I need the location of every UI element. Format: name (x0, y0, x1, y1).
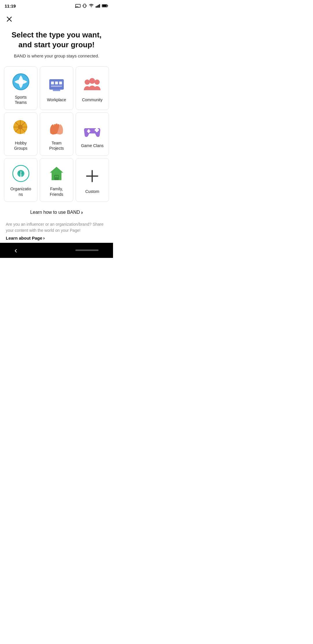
svg-text:♪: ♪ (23, 130, 26, 135)
community-label: Community (82, 97, 103, 102)
influencer-section: Are you an influencer or an organization… (0, 217, 113, 243)
status-icons (75, 3, 108, 8)
community-icon (83, 75, 101, 94)
svg-rect-17 (59, 82, 62, 84)
team-projects-label: TeamProjects (49, 140, 64, 151)
custom-label: Custom (85, 189, 99, 194)
svg-point-1 (75, 7, 76, 8)
game-clans-icon (83, 121, 101, 140)
battery-icon (102, 4, 108, 8)
svg-point-22 (89, 78, 95, 84)
learn-page-text: Learn about Page (6, 236, 42, 240)
home-indicator[interactable] (75, 249, 99, 251)
grid-item-hobby-groups[interactable]: ♪ HobbyGroups (4, 112, 37, 156)
vibrate-icon (82, 3, 87, 8)
page-title: Select the type you want, and start your… (9, 30, 104, 50)
team-projects-icon (47, 118, 66, 137)
learn-how-link[interactable]: Learn how to use BAND › (30, 209, 83, 216)
hobby-groups-icon: ♪ (12, 118, 30, 137)
custom-icon (83, 167, 101, 185)
svg-rect-18 (51, 86, 62, 87)
signal-icon (96, 4, 100, 8)
svg-point-35 (96, 128, 98, 130)
grid-item-custom[interactable]: Custom (76, 158, 109, 202)
svg-rect-19 (53, 90, 60, 91)
svg-rect-2 (84, 4, 86, 8)
svg-rect-3 (96, 6, 97, 8)
group-type-grid: SportsTeams Workplace (0, 62, 113, 207)
svg-point-21 (94, 79, 100, 85)
learn-page-link[interactable]: Learn about Page › (6, 235, 45, 241)
workplace-icon (47, 75, 66, 94)
hobby-groups-label: HobbyGroups (14, 140, 28, 151)
family-friends-icon (47, 164, 66, 183)
grid-item-community[interactable]: Community (76, 66, 109, 110)
sports-teams-icon (12, 73, 30, 91)
learn-how-section: Learn how to use BAND › (0, 207, 113, 217)
influencer-description: Are you an influencer or an organization… (6, 221, 107, 234)
organizations-icon (12, 164, 30, 183)
svg-rect-4 (97, 6, 98, 8)
game-clans-label: Game Clans (81, 143, 103, 148)
svg-rect-5 (98, 5, 99, 8)
page-header: Select the type you want, and start your… (0, 26, 113, 62)
svg-point-39 (20, 176, 21, 177)
grid-item-team-projects[interactable]: TeamProjects (40, 112, 73, 156)
status-time: 11:19 (5, 3, 16, 8)
back-button[interactable]: ‹ (14, 246, 17, 255)
close-button[interactable] (3, 13, 16, 26)
organizations-label: Organizations (10, 186, 31, 197)
grid-item-organizations[interactable]: Organizations (4, 158, 37, 202)
close-icon (6, 16, 12, 22)
svg-point-20 (85, 79, 90, 85)
grid-item-family-friends[interactable]: Family,Friends (40, 158, 73, 202)
svg-rect-15 (51, 82, 54, 84)
grid-item-workplace[interactable]: Workplace (40, 66, 73, 110)
status-bar: 11:19 (0, 0, 113, 10)
svg-rect-42 (55, 176, 57, 177)
sports-teams-label: SportsTeams (15, 95, 27, 105)
svg-rect-6 (99, 4, 100, 8)
workplace-label: Workplace (47, 97, 66, 102)
svg-rect-16 (55, 82, 58, 84)
learn-how-text: Learn how to use BAND (30, 210, 80, 215)
svg-rect-41 (54, 175, 59, 180)
learn-how-chevron: › (81, 209, 83, 216)
svg-rect-8 (107, 5, 108, 7)
learn-page-chevron: › (43, 235, 45, 241)
bottom-navigation: ‹ (0, 243, 113, 258)
page-subtitle: BAND is where your group stays connected… (9, 53, 104, 59)
wifi-icon (89, 4, 94, 8)
svg-rect-9 (102, 5, 107, 7)
svg-rect-32 (88, 129, 90, 133)
grid-item-game-clans[interactable]: Game Clans (76, 112, 109, 156)
cast-icon (75, 3, 81, 8)
family-friends-label: Family,Friends (50, 186, 63, 197)
grid-item-sports-teams[interactable]: SportsTeams (4, 66, 37, 110)
svg-rect-43 (57, 176, 58, 177)
svg-point-36 (96, 130, 98, 132)
